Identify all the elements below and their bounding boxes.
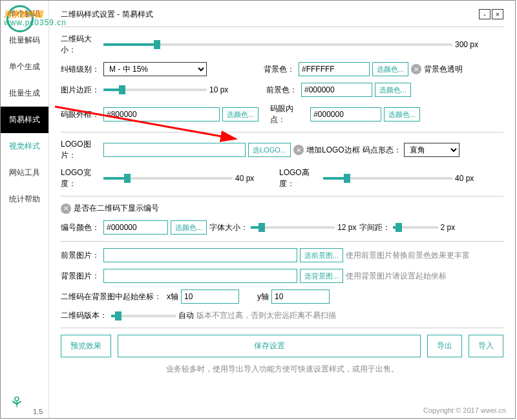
show-number-toggle[interactable]: ✕: [61, 204, 71, 214]
coord-x-label: x轴: [167, 291, 178, 302]
fgimg-input[interactable]: [103, 248, 297, 262]
copyright: Copyright © 2017 wwei.cn: [423, 406, 506, 414]
error-select[interactable]: M - 中 15%: [103, 62, 207, 76]
fontsize-label: 字体大小：: [209, 222, 248, 233]
spacing-slider[interactable]: [393, 222, 438, 233]
logow-slider[interactable]: [103, 173, 233, 184]
sidebar-item-simple-style[interactable]: 简易样式: [1, 107, 48, 133]
coord-label: 二维码在背景图中起始坐标：: [61, 291, 164, 302]
sidebar-item-visual-style[interactable]: 视觉样式: [1, 133, 48, 160]
logoimg-label: LOGO图片：: [61, 139, 101, 161]
logoh-slider[interactable]: [323, 173, 452, 184]
coord-y-label: y轴: [257, 291, 269, 302]
bgcolor-transparent-label: 背景色透明: [424, 64, 463, 75]
sidebar-item-web-tools[interactable]: 网站工具: [1, 160, 48, 186]
qrver-label: 二维码版本：: [61, 310, 109, 321]
sidebar: 单个解码 批量解码 单个生成 批量生成 简易样式 视觉样式 网站工具 统计帮助: [1, 1, 49, 418]
export-button[interactable]: 导出: [427, 335, 462, 357]
dot-shape-label: 码点形态：: [363, 145, 401, 156]
bgimg-pick-button[interactable]: 选背景图...: [300, 269, 343, 283]
spacing-value: 2 px: [441, 223, 456, 232]
numcolor-input[interactable]: [103, 220, 168, 235]
fgimg-label: 前景图片：: [61, 250, 101, 261]
qrver-note: 版本不宜过高，否则太密远距离不易扫描: [196, 310, 336, 321]
fgimg-pick-button[interactable]: 选前景图...: [300, 248, 343, 262]
logoh-label: LOGO高度：: [279, 167, 321, 189]
spacing-label: 字间距：: [359, 222, 390, 233]
import-button[interactable]: 导入: [469, 335, 503, 357]
minimize-button[interactable]: -: [479, 9, 491, 19]
logow-label: LOGO宽度：: [61, 167, 101, 189]
version-label: 1.5: [33, 408, 43, 415]
numcolor-label: 编号颜色：: [61, 222, 101, 233]
page-title: 二维码样式设置 - 简易样式: [61, 9, 153, 20]
preview-button[interactable]: 预览效果: [61, 335, 111, 357]
eyein-pick-button[interactable]: 选颜色...: [384, 107, 420, 121]
logoh-value: 40 px: [455, 174, 474, 183]
bgcolor-transparent-toggle[interactable]: ✕: [411, 64, 421, 74]
fontsize-slider[interactable]: [251, 222, 335, 233]
margin-label: 图片边距：: [61, 85, 101, 96]
logoimg-pick-button[interactable]: 选LOGO...: [248, 143, 291, 157]
bgimg-input[interactable]: [103, 269, 297, 283]
dot-shape-select[interactable]: 直角: [404, 143, 459, 157]
numcolor-pick-button[interactable]: 选颜色...: [171, 220, 207, 235]
sidebar-item-stats-help[interactable]: 统计帮助: [1, 186, 48, 213]
qrver-slider[interactable]: [111, 311, 176, 321]
close-button[interactable]: ×: [492, 9, 503, 19]
save-button[interactable]: 保存设置: [118, 335, 421, 357]
coord-x-input[interactable]: [181, 289, 239, 304]
eyein-label: 码眼内点：: [270, 103, 308, 125]
eyeout-pick-button[interactable]: 选颜色...: [222, 107, 258, 121]
eyein-input[interactable]: [310, 107, 381, 121]
size-label: 二维码大小：: [61, 34, 101, 56]
eyeout-label: 码眼外框：: [61, 109, 101, 120]
logow-value: 40 px: [235, 174, 261, 183]
bgcolor-pick-button[interactable]: 选颜色...: [372, 62, 408, 76]
bgcolor-input[interactable]: [299, 62, 370, 76]
qrver-auto: 自动: [178, 310, 194, 321]
fgimg-note: 使用前景图片替换前景色效果更丰富: [346, 250, 470, 261]
sprout-icon: ⚘: [10, 394, 24, 412]
fgcolor-pick-button[interactable]: 选颜色...: [375, 83, 411, 97]
fgcolor-input[interactable]: [301, 83, 372, 97]
eyeout-input[interactable]: [103, 107, 220, 121]
margin-slider[interactable]: [103, 85, 207, 95]
logo-border-label: 增加LOGO边框: [306, 145, 360, 156]
logoimg-input[interactable]: [103, 143, 246, 157]
tip-text: 业务较多时，使用导出导入功能方便可快速设置样式，或用于出售。: [61, 364, 503, 375]
margin-value: 10 px: [209, 85, 235, 94]
size-value: 300 px: [455, 40, 478, 49]
size-slider[interactable]: [103, 39, 452, 50]
fontsize-value: 12 px: [337, 223, 356, 232]
bgcolor-label: 背景色：: [264, 64, 296, 75]
coord-y-input[interactable]: [271, 289, 330, 304]
logo-border-toggle[interactable]: ✕: [293, 145, 304, 155]
bgimg-label: 背景图片：: [61, 271, 101, 282]
error-label: 纠错级别：: [61, 64, 101, 75]
fgcolor-label: 前景色：: [266, 85, 299, 96]
show-number-label: 是否在二维码下显示编号: [74, 203, 159, 214]
sidebar-item-single-gen[interactable]: 单个生成: [1, 54, 48, 80]
sidebar-item-batch-gen[interactable]: 批量生成: [1, 80, 48, 107]
bgimg-note: 使用背景图片请设置起始坐标: [346, 271, 447, 282]
